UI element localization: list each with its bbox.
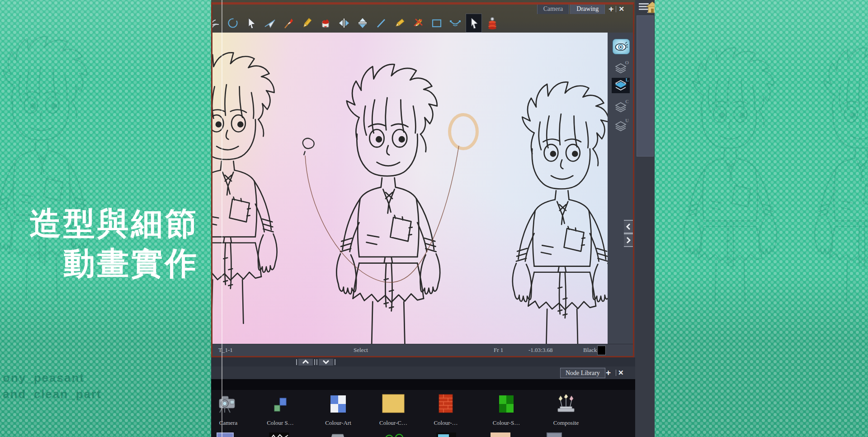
harmony-app-window: Camera Drawing + ✕ <box>211 0 635 437</box>
ghost-text-line2: and_clean_part <box>3 387 102 401</box>
node-library-title: Node Library <box>566 370 600 377</box>
drawing-status-bar: T_1-1 Select Fr 1 -1.03:3.68 Black <box>212 344 633 356</box>
chevron-right-icon <box>625 236 632 244</box>
colour-art-layer-key: C <box>625 99 629 104</box>
video-caption: 造型與細節 動畫實作 <box>14 204 199 283</box>
node-item-camera[interactable]: Camera <box>211 392 253 427</box>
tab-separator <box>616 6 616 12</box>
paint-tool-icon[interactable] <box>318 14 333 32</box>
close-view-button[interactable]: ✕ <box>618 5 624 13</box>
close-view-button[interactable]: ✕ <box>618 369 624 377</box>
tab-camera[interactable]: Camera <box>537 4 570 14</box>
pencil-tool-2-icon[interactable] <box>392 14 407 32</box>
caption-line-1: 造型與細節 <box>14 204 199 243</box>
cursor-tool-icon[interactable] <box>466 14 481 32</box>
next-frame-button[interactable] <box>319 359 333 366</box>
tab-drawing[interactable]: Drawing <box>570 4 605 14</box>
divider <box>314 359 315 365</box>
node-item-label: Colour-Art <box>313 419 363 427</box>
current-frame: Fr 1 <box>494 347 503 354</box>
previous-frame-button[interactable] <box>298 359 313 366</box>
lasso-tool-icon[interactable] <box>225 14 241 32</box>
node-item-colour-brick[interactable]: Colour-… <box>421 392 471 427</box>
node-item-label: Colour S… <box>255 419 305 427</box>
node-item-colour-art[interactable]: Colour-Art <box>313 392 363 427</box>
node-library-tabrow: Node Library + ✕ <box>211 366 635 379</box>
node-item-partial[interactable] <box>384 432 404 437</box>
art-layer-rail: O L C U <box>608 33 633 344</box>
node-item-partial[interactable] <box>491 432 510 437</box>
drawing-canvas[interactable] <box>212 33 608 344</box>
colour-card-node-icon <box>382 394 405 413</box>
brush-tool-icon[interactable] <box>281 14 296 32</box>
node-item-composite[interactable]: Composite <box>541 392 591 427</box>
video-seam-line <box>222 0 222 437</box>
right-side-strip <box>635 0 655 437</box>
node-item-label: Colour-… <box>421 419 471 427</box>
node-item-partial[interactable] <box>269 432 289 437</box>
colour-art-layer-button[interactable]: C <box>612 100 630 115</box>
node-item-label: Colour-S… <box>481 419 531 427</box>
screen: ony_peasant and_clean_part 造型與細節 動畫實作 Ca… <box>0 0 868 437</box>
camera-node-icon <box>216 394 241 413</box>
colour-squares-node-icon <box>273 397 288 413</box>
line-art-layer-key: L <box>626 77 629 82</box>
node-item-partial[interactable] <box>329 432 349 437</box>
overlay-layer-button[interactable]: O <box>612 61 630 76</box>
expand-panel-button[interactable] <box>624 233 633 247</box>
panel-splitter-strip <box>211 357 635 366</box>
drawing-toolbar <box>213 13 500 33</box>
side-scroll-panel[interactable] <box>637 15 654 157</box>
tab-node-library[interactable]: Node Library <box>560 368 605 378</box>
divider <box>296 359 297 365</box>
cutter-tool-icon[interactable] <box>410 14 426 32</box>
teal-overlay-right <box>655 0 868 437</box>
symmetry-horizontal-tool-icon[interactable] <box>336 14 352 32</box>
node-item-partial[interactable] <box>547 432 566 437</box>
select-tool-icon[interactable] <box>244 14 259 32</box>
contour-editor-tool-icon[interactable] <box>262 14 278 32</box>
lasso-stroke-in-progress <box>212 33 608 344</box>
node-item-partial[interactable] <box>217 432 236 437</box>
node-item-label: Colour-C… <box>368 419 418 427</box>
node-item-partial[interactable] <box>436 432 456 437</box>
ghost-character-drawing <box>0 25 113 342</box>
divider <box>335 359 335 365</box>
underlay-layer-key: U <box>625 118 629 123</box>
current-colour-swatch[interactable] <box>597 346 606 355</box>
node-item-label: Camera <box>211 419 253 427</box>
tab-camera-label: Camera <box>543 5 563 13</box>
colour-art-node-icon <box>330 394 347 413</box>
add-view-button[interactable]: + <box>606 368 611 378</box>
node-item-colour-c[interactable]: Colour-C… <box>368 392 418 427</box>
preview-eye-button[interactable] <box>613 39 630 54</box>
envelope-tool-icon[interactable] <box>448 14 463 32</box>
caption-line-2: 動畫實作 <box>14 243 199 283</box>
add-view-button[interactable]: + <box>609 4 613 14</box>
tab-separator <box>616 370 616 376</box>
collapse-panel-button[interactable] <box>624 220 633 233</box>
composite-node-icon <box>554 394 578 413</box>
tab-drawing-label: Drawing <box>576 5 599 13</box>
current-tool-name: Select <box>354 347 368 354</box>
overlay-layer-key: O <box>625 60 629 65</box>
chevron-down-icon <box>322 359 330 365</box>
node-item-label: Composite <box>541 419 591 427</box>
stamp-tool-icon[interactable] <box>485 14 500 32</box>
divider <box>316 359 317 365</box>
line-art-layer-button[interactable]: L <box>612 78 630 93</box>
node-item-colour-s[interactable]: Colour S… <box>255 392 305 427</box>
underlay-layer-button[interactable]: U <box>612 119 630 134</box>
current-colour-name: Black <box>583 347 597 354</box>
line-tool-icon[interactable] <box>373 14 389 32</box>
node-library-toolbar <box>211 379 635 390</box>
view-tabbar: Camera Drawing + ✕ <box>537 3 624 14</box>
colour-screen-node-icon <box>498 394 514 413</box>
node-item-colour-screen[interactable]: Colour-S… <box>481 392 531 427</box>
rectangle-tool-icon[interactable] <box>429 14 444 32</box>
symmetry-vertical-tool-icon[interactable] <box>355 14 370 32</box>
pencil-tool-icon[interactable] <box>299 14 315 32</box>
chevron-left-icon <box>625 223 632 231</box>
colour-brick-node-icon <box>438 394 453 413</box>
ghost-text-line1: ony_peasant <box>3 371 85 385</box>
